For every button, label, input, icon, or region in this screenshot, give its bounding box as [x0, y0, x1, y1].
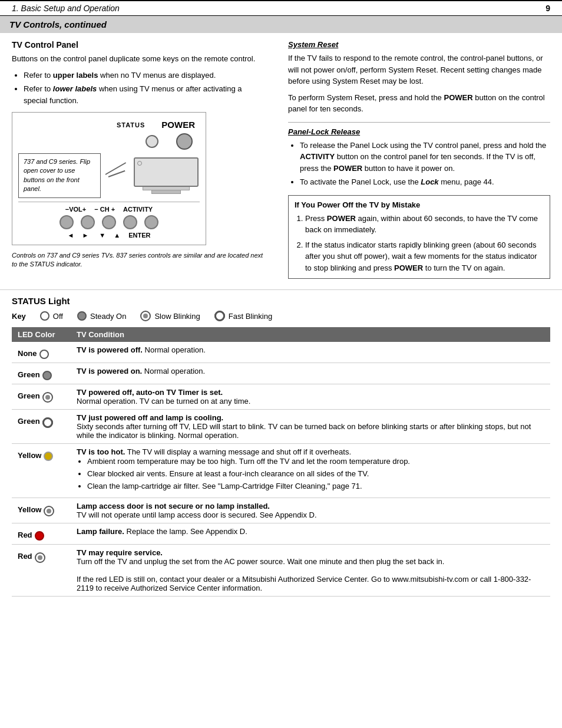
- bullet-filter: Clean the lamp-cartridge air filter. See…: [87, 481, 544, 492]
- led-icon-off: [39, 350, 49, 359]
- notice-item-2: If the status indicator starts rapidly b…: [305, 239, 544, 274]
- ch-label: − CH +: [94, 206, 115, 213]
- color-cell-none: None: [12, 342, 71, 363]
- condition-red-steady: Lamp failure. Replace the lamp. See Appe…: [71, 523, 550, 544]
- condition-yellow-slow: Lamp access door is not secure or no lam…: [71, 498, 550, 523]
- panel-lock-title: Panel-Lock Release: [288, 127, 550, 136]
- color-cell-green-slow: Green: [12, 384, 71, 410]
- led-off-icon: [40, 311, 49, 321]
- btn-vol-up[interactable]: [81, 215, 95, 229]
- arrow-left: ◄: [68, 232, 74, 239]
- callout-text: 737 and C9 series. Flip open cover to us…: [24, 158, 90, 192]
- page-header: 1. Basic Setup and Operation 9: [0, 0, 562, 16]
- left-column: TV Control Panel Buttons on the control …: [12, 40, 281, 285]
- key-steady-label: Steady On: [90, 312, 126, 321]
- key-fast-label: Fast Blinking: [229, 312, 272, 321]
- control-bullets: Refer to upper labels when no TV menus a…: [24, 70, 267, 107]
- arrow-down: ▼: [99, 232, 105, 239]
- table-row: Yellow Lamp access door is not secure or…: [12, 498, 550, 523]
- color-label-green-1: Green: [18, 370, 40, 379]
- key-label: Key: [12, 312, 26, 321]
- key-off-label: Off: [53, 312, 63, 321]
- color-label-red-2: Red: [18, 552, 32, 561]
- led-icon-steady: [42, 371, 52, 380]
- condition-red-slow: TV may require service. Turn off the TV …: [71, 544, 550, 596]
- section-bar-label: TV Controls, continued: [9, 19, 107, 29]
- btn-activity[interactable]: [144, 215, 158, 229]
- led-slow-icon: [140, 311, 151, 321]
- table-header-row: LED Color TV Condition: [12, 327, 550, 342]
- condition-none: TV is powered off. Normal operation.: [71, 342, 550, 363]
- table-row: Red TV may require service. Turn off the…: [12, 544, 550, 596]
- key-item-steady: Steady On: [77, 311, 126, 321]
- system-reset-para1: If the TV fails to respond to the remote…: [288, 52, 550, 87]
- color-cell-red-steady: Red: [12, 523, 71, 544]
- callout-box: 737 and C9 series. Flip open cover to us…: [18, 153, 101, 198]
- led-icon-slow-3: [35, 552, 45, 563]
- status-light-title: STATUS Light: [12, 296, 550, 306]
- panel-lock-bullets: To release the Panel Lock using the TV c…: [300, 140, 550, 188]
- table-row: Green TV is powered on. Normal operation…: [12, 363, 550, 384]
- led-icon-fast-1: [42, 417, 53, 428]
- color-cell-green-fast: Green: [12, 410, 71, 444]
- btn-ch-up[interactable]: [123, 215, 137, 229]
- table-row: Red Lamp failure. Replace the lamp. See …: [12, 523, 550, 544]
- color-cell-yellow-slow: Yellow: [12, 498, 71, 523]
- led-fast-icon: [214, 311, 225, 321]
- panel-lock-bullet-2: To activate the Panel Lock, use the Lock…: [300, 176, 550, 188]
- header-title: 1. Basic Setup and Operation: [12, 4, 120, 13]
- led-icon-steady-red: [35, 531, 44, 541]
- condition-yellow-steady: TV is too hot. The TV will display a war…: [71, 444, 550, 498]
- notice-box: If You Power Off the TV by Mistake Press…: [288, 195, 550, 279]
- intro-text: Buttons on the control panel duplicate s…: [12, 53, 267, 65]
- key-item-fast: Fast Blinking: [214, 311, 272, 321]
- condition-green-slow: TV powered off, auto-on TV Timer is set.…: [71, 384, 550, 410]
- color-cell-yellow-steady: Yellow: [12, 444, 71, 498]
- color-cell-green-steady: Green: [12, 363, 71, 384]
- bullet-upper: Refer to upper labels when no TV menus a…: [24, 70, 267, 81]
- activity-label: ACTIVITY: [123, 206, 153, 213]
- section-bar: TV Controls, continued: [0, 16, 562, 33]
- col-led-color: LED Color: [12, 327, 71, 342]
- system-reset-para2: To perform System Reset, press and hold …: [288, 92, 550, 115]
- vol-label: −VOL+: [65, 206, 86, 213]
- btn-vol-down[interactable]: [59, 215, 74, 229]
- key-row: Key Off Steady On Slow Blinking Fast Bli…: [12, 311, 550, 321]
- led-icon-slow-1: [42, 392, 53, 403]
- notice-box-title: If You Power Off the TV by Mistake: [295, 200, 544, 209]
- color-label-yellow-1: Yellow: [18, 451, 41, 460]
- yellow-steady-bullets: Ambient room temperature may be too high…: [87, 456, 544, 492]
- key-item-slow: Slow Blinking: [140, 311, 200, 321]
- status-table: LED Color TV Condition None TV is powere…: [12, 327, 550, 597]
- led-icon-steady-yellow: [44, 452, 53, 461]
- panel-lock-bullet-1: To release the Panel Lock using the TV c…: [300, 140, 550, 174]
- table-row: Yellow TV is too hot. The TV will displa…: [12, 444, 550, 498]
- color-label-green-2: Green: [18, 391, 40, 400]
- led-icon-slow-2: [44, 506, 54, 516]
- bullet-lower: Refer to lower labels when using TV menu…: [24, 83, 267, 106]
- condition-green-fast: TV just powered off and lamp is cooling.…: [71, 410, 550, 444]
- notice-box-list: Press POWER again, within about 60 secon…: [305, 213, 544, 274]
- col-tv-condition: TV Condition: [71, 327, 550, 342]
- bullet-vents: Clear blocked air vents. Ensure at least…: [87, 469, 544, 479]
- color-cell-red-slow: Red: [12, 544, 71, 596]
- main-content: TV Control Panel Buttons on the control …: [0, 40, 562, 285]
- color-label-none: None: [18, 349, 37, 358]
- status-light-section: STATUS Light Key Off Steady On Slow Blin…: [0, 289, 562, 602]
- color-label-yellow-2: Yellow: [18, 505, 41, 514]
- system-reset-section: System Reset If the TV fails to respond …: [288, 40, 550, 115]
- color-label-green-3: Green: [18, 417, 40, 426]
- bullet-ambient: Ambient room temperature may be too high…: [87, 456, 544, 467]
- notice-item-1: Press POWER again, within about 60 secon…: [305, 213, 544, 236]
- table-row: None TV is powered off. Normal operation…: [12, 342, 550, 363]
- power-circle: [176, 133, 193, 150]
- power-label: POWER: [161, 120, 195, 130]
- table-row: Green TV just powered off and lamp is co…: [12, 410, 550, 444]
- panel-lock-section: Panel-Lock Release To release the Panel …: [288, 122, 550, 188]
- status-circle: [146, 135, 158, 148]
- diagram-caption: Controls on 737 and C9 series TVs. 837 s…: [12, 251, 267, 269]
- arrow-up: ▲: [114, 232, 120, 239]
- right-column: System Reset If the TV fails to respond …: [281, 40, 550, 285]
- btn-ch-down[interactable]: [102, 215, 116, 229]
- key-slow-label: Slow Blinking: [154, 312, 200, 321]
